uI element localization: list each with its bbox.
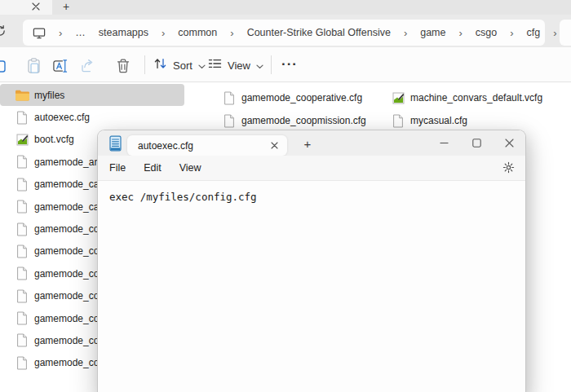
refresh-icon[interactable] [0, 24, 7, 37]
share-icon[interactable] [79, 58, 95, 73]
doc-icon [15, 289, 29, 303]
notepad-editor[interactable]: exec /myfiles/config.cfg [98, 181, 525, 392]
notepad-window: autoexec.cfg + FileEditView [97, 130, 526, 392]
doc-icon [15, 244, 29, 258]
delete-icon[interactable] [115, 58, 131, 73]
file-name: machine_convars_default.vcfg [410, 92, 542, 104]
toolbar-separator [271, 55, 272, 74]
explorer-new-tab-button[interactable]: + [59, 0, 73, 14]
folder-icon [15, 89, 29, 101]
file-column-3: machine_convars_default.vcfgmycasual.cfg [376, 86, 542, 132]
settings-gear-icon[interactable] [502, 161, 515, 177]
breadcrumb-chevron-icon: › [510, 28, 513, 38]
doc-icon [15, 178, 29, 192]
view-label: View [228, 59, 250, 72]
notepad-menu-view[interactable]: View [170, 162, 210, 174]
breadcrumb-overflow-button[interactable]: … [75, 27, 86, 38]
explorer-toolbar: Sort View ··· [0, 47, 571, 82]
sort-label: Sort [173, 59, 193, 72]
notepad-title-bar[interactable]: autoexec.cfg + [98, 130, 525, 156]
notepad-tab-close-icon[interactable] [268, 139, 281, 152]
breadcrumb-chevron-icon: › [59, 28, 62, 38]
paste-icon[interactable] [25, 58, 42, 73]
doc-icon [391, 114, 405, 128]
sort-button[interactable]: Sort [150, 55, 209, 75]
notepad-menu-edit[interactable]: Edit [135, 162, 170, 174]
doc-icon [15, 111, 29, 125]
more-options-button[interactable]: ··· [278, 54, 301, 75]
file-name: gamemode_coopmission.cfg [241, 115, 366, 126]
doc-icon [15, 266, 29, 280]
file-item-autoexec-cfg[interactable]: autoexec.cfg [0, 106, 184, 128]
file-name: mycasual.cfg [410, 115, 467, 126]
breadcrumb-chevron-icon: › [404, 28, 407, 38]
doc-icon [15, 155, 29, 169]
file-name: autoexec.cfg [34, 112, 90, 123]
doc-icon [15, 356, 29, 370]
desktop: + ›…steamapps›common›Counter-Strike Glob… [0, 0, 571, 392]
maximize-button[interactable] [460, 130, 493, 156]
doc-icon [222, 114, 237, 128]
vcfg-icon [391, 92, 405, 104]
explorer-active-tab[interactable] [0, 0, 52, 15]
doc-icon [15, 311, 29, 325]
file-name: gamemode_cooperative.cfg [241, 92, 362, 104]
chevron-down-icon [256, 58, 263, 73]
view-button[interactable]: View [205, 55, 267, 75]
toolbar-separator [144, 55, 145, 74]
breadcrumb-item-counter-strike-global-offensive[interactable]: Counter-Strike Global Offensive [247, 27, 391, 38]
notepad-tab[interactable]: autoexec.cfg [127, 135, 287, 156]
search-input[interactable] [560, 20, 571, 46]
file-item-mycasual-cfg[interactable]: mycasual.cfg [376, 109, 542, 132]
breadcrumb-chevron-icon: › [162, 28, 165, 38]
file-item-machine-convars-default-vcfg[interactable]: machine_convars_default.vcfg [376, 86, 542, 109]
doc-icon [15, 200, 29, 214]
breadcrumb-item-steamapps[interactable]: steamapps [99, 27, 148, 38]
notepad-menu-bar: FileEditView [98, 156, 525, 181]
file-name: boot.vcfg [34, 134, 74, 145]
file-name: myfiles [34, 90, 64, 101]
explorer-header: ›…steamapps›common›Counter-Strike Global… [0, 15, 571, 47]
notepad-menu-file[interactable]: File [100, 162, 135, 174]
sort-icon [153, 57, 167, 73]
breadcrumb-item-common[interactable]: common [178, 27, 217, 38]
file-item-gamemode-cooperative-cfg[interactable]: gamemode_cooperative.cfg [207, 86, 366, 109]
rename-icon[interactable] [52, 58, 69, 73]
explorer-tab-close-icon[interactable] [29, 0, 42, 13]
breadcrumb-chevron-icon: › [230, 28, 233, 38]
notepad-app-icon [108, 135, 122, 155]
editor-text: exec /myfiles/config.cfg [109, 191, 257, 203]
file-column-2: gamemode_cooperative.cfggamemode_coopmis… [207, 86, 366, 132]
notepad-tab-title: autoexec.cfg [127, 140, 193, 152]
this-pc-icon[interactable] [33, 27, 46, 39]
file-item-myfiles[interactable]: myfiles [0, 84, 184, 106]
copy-icon[interactable] [0, 58, 8, 73]
view-icon [208, 58, 222, 73]
breadcrumb-item-game[interactable]: game [420, 27, 445, 38]
vcfg-icon [15, 134, 29, 146]
explorer-tab-bar: + [0, 0, 571, 15]
breadcrumb-chevron-icon: › [553, 28, 556, 38]
breadcrumb-chevron-icon: › [459, 28, 463, 38]
notepad-new-tab-button[interactable]: + [299, 134, 316, 152]
breadcrumb[interactable]: ›…steamapps›common›Counter-Strike Global… [23, 20, 545, 46]
doc-icon [15, 222, 29, 236]
breadcrumb-item-cfg[interactable]: cfg [527, 27, 541, 38]
doc-icon [222, 91, 237, 105]
close-button[interactable] [493, 130, 525, 156]
file-item-gamemode-coopmission-cfg[interactable]: gamemode_coopmission.cfg [207, 109, 366, 132]
breadcrumb-item-csgo[interactable]: csgo [476, 27, 497, 38]
doc-icon [15, 333, 29, 347]
minimize-button[interactable] [427, 130, 460, 156]
